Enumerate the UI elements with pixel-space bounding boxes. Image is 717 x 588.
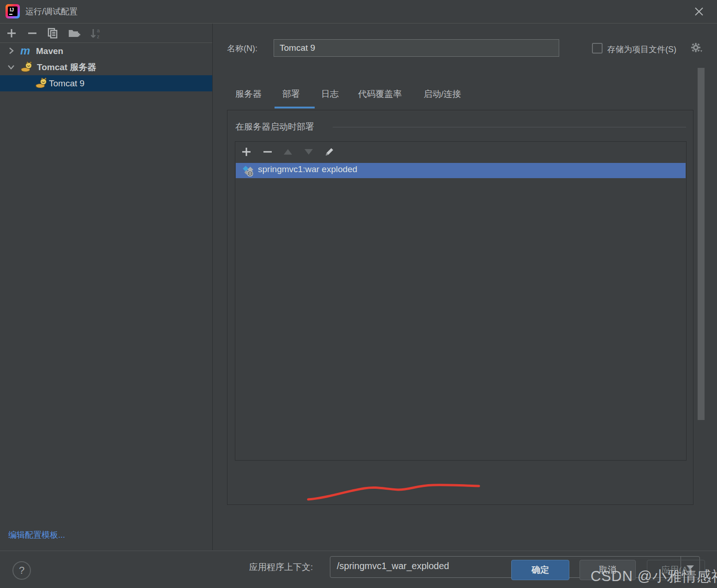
store-as-project-file-checkbox[interactable]: [592, 43, 603, 54]
tree-item-label: Tomcat 9: [49, 75, 84, 91]
title-bar: IJ 运行/调试配置: [0, 0, 717, 24]
tab-deployment[interactable]: 部署: [282, 88, 300, 100]
ok-button[interactable]: 确定: [511, 560, 569, 580]
deployment-list-panel: springmvc1:war exploded: [235, 141, 687, 461]
vertical-scrollbar-thumb[interactable]: [698, 68, 705, 420]
close-icon[interactable]: [693, 6, 705, 18]
section-rule: [333, 127, 686, 127]
tree-item-label: Tomcat 服务器: [37, 59, 96, 75]
remove-artifact-icon[interactable]: [262, 146, 273, 157]
move-down-icon[interactable]: [303, 146, 314, 157]
dialog-title: 运行/调试配置: [25, 6, 78, 17]
help-button[interactable]: ?: [12, 561, 31, 580]
tree-item-maven[interactable]: m Maven: [0, 43, 212, 59]
deploy-on-startup-title: 在服务器启动时部署: [235, 121, 314, 133]
gear-icon[interactable]: [690, 42, 703, 54]
sidebar-toolbar: a z: [0, 24, 212, 43]
tab-code-coverage[interactable]: 代码覆盖率: [358, 88, 402, 100]
name-input[interactable]: [274, 39, 559, 57]
svg-text:z: z: [97, 34, 100, 39]
copy-configuration-icon[interactable]: [47, 27, 59, 39]
tab-startup-connection[interactable]: 启动/连接: [424, 88, 461, 100]
tree-item-tomcat-server[interactable]: Tomcat 服务器: [0, 59, 212, 75]
remove-configuration-icon[interactable]: [26, 27, 38, 39]
edit-configuration-templates-link[interactable]: 编辑配置模板...: [8, 529, 65, 540]
deployment-item-label: springmvc1:war exploded: [258, 164, 357, 174]
tab-server[interactable]: 服务器: [235, 88, 262, 100]
add-configuration-icon[interactable]: [6, 27, 18, 39]
deployment-list-item-selected[interactable]: springmvc1:war exploded: [236, 163, 686, 178]
deployment-tab-panel: 在服务器启动时部署: [227, 110, 693, 505]
tree-item-label: Maven: [36, 43, 63, 59]
edit-artifact-icon[interactable]: [324, 146, 335, 157]
store-as-project-file-label: 存储为项目文件(S): [607, 44, 676, 55]
configurations-tree: m Maven Tomcat 服务器: [0, 43, 212, 91]
move-up-icon[interactable]: [282, 146, 293, 157]
chevron-right-icon[interactable]: [6, 45, 17, 56]
svg-text:a: a: [97, 28, 100, 33]
new-folder-icon[interactable]: [67, 27, 79, 39]
intellij-idea-logo-icon: IJ: [6, 4, 20, 18]
tab-logs[interactable]: 日志: [321, 88, 339, 100]
war-artifact-icon: [242, 164, 255, 177]
run-debug-configurations-dialog: IJ 运行/调试配置: [0, 0, 717, 588]
add-artifact-icon[interactable]: [241, 146, 252, 157]
tomcat-icon: [35, 77, 47, 89]
csdn-watermark: CSDN @小雅情感社: [591, 567, 717, 586]
tree-item-tomcat-9[interactable]: Tomcat 9: [0, 75, 212, 91]
active-tab-indicator: [275, 107, 315, 108]
sort-alphabetically-icon[interactable]: a z: [89, 27, 101, 39]
configurations-sidebar: a z m Maven: [0, 24, 213, 550]
maven-m-icon: m: [20, 45, 32, 57]
name-label: 名称(N):: [227, 43, 257, 54]
tomcat-icon: [20, 61, 32, 73]
configuration-editor: 名称(N): 存储为项目文件(S) 服务器 部署 日志: [213, 24, 717, 550]
chevron-down-icon[interactable]: [6, 61, 17, 72]
